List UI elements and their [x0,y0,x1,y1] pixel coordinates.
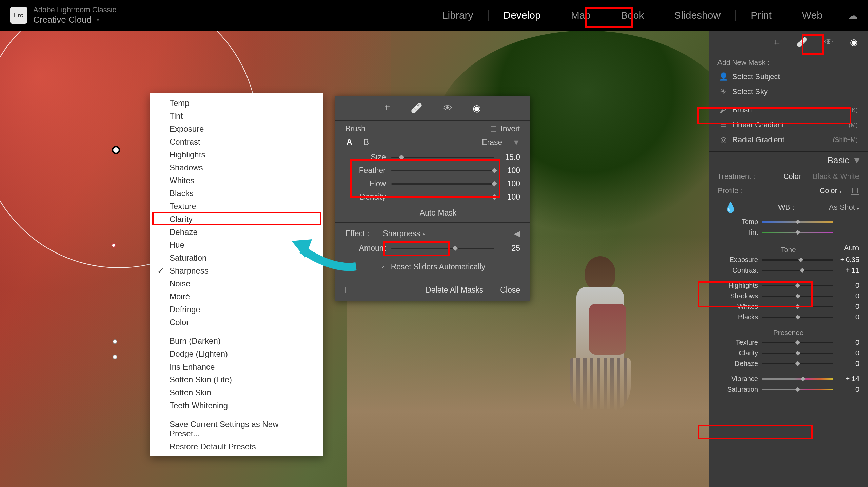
module-print[interactable]: Print [748,6,774,24]
auto-tone-button[interactable]: Auto [844,244,859,252]
mask-pin[interactable] [112,146,120,154]
reset-auto-checkbox[interactable]: ✓ [380,264,386,270]
toggle-switch[interactable] [345,287,351,293]
dehaze-value[interactable]: 0 [837,360,859,368]
menu-item-exposure[interactable]: Exposure [150,123,323,135]
profile-value[interactable]: Color ▸ [820,186,842,195]
clarity-slider[interactable] [762,353,833,354]
texture-value[interactable]: 0 [837,339,859,346]
size-value[interactable]: 15.0 [500,153,520,162]
mask-pin[interactable] [113,355,117,359]
exposure-slider[interactable] [762,259,833,261]
treatment-color[interactable]: Color [783,172,801,181]
texture-slider[interactable] [762,342,833,343]
menu-item-restore-presets[interactable]: Restore Default Presets [150,440,323,453]
module-web[interactable]: Web [799,6,825,24]
crop-icon[interactable]: ⌗ [774,37,780,48]
shadows-slider[interactable] [762,296,833,297]
masking-icon[interactable]: ◉ [473,102,481,114]
menu-item-save-preset[interactable]: Save Current Settings as New Preset... [150,418,323,440]
exposure-value[interactable]: + 0.35 [837,256,859,264]
brush-tab-b[interactable]: B [364,138,369,147]
module-develop[interactable]: Develop [501,6,544,24]
effect-dropdown[interactable]: Sharpness▸ [383,229,425,238]
mask-select-subject[interactable]: 👤Select Subject [717,69,859,84]
menu-item-iris[interactable]: Iris Enhance [150,360,323,373]
menu-item-contrast[interactable]: Contrast [150,135,323,148]
basic-panel-header[interactable]: Basic▼ [709,151,868,169]
collapse-icon[interactable]: ◀ [514,229,520,238]
vibrance-value[interactable]: + 14 [837,375,859,383]
size-slider[interactable] [391,157,494,158]
menu-item-teeth[interactable]: Teeth Whitening [150,399,323,412]
vibrance-slider[interactable] [762,378,833,380]
menu-item-clarity[interactable]: Clarity [150,213,323,226]
menu-item-temp[interactable]: Temp [150,97,323,110]
amount-value[interactable]: 25 [500,244,520,253]
masking-icon[interactable]: ◉ [850,37,858,48]
mask-brush[interactable]: 🖌Brush(K) [717,102,859,117]
density-slider[interactable] [391,196,494,198]
mask-linear-gradient[interactable]: ▭Linear Gradient(M) [717,117,859,132]
feather-slider[interactable] [391,170,494,171]
menu-item-blacks[interactable]: Blacks [150,187,323,200]
menu-item-color[interactable]: Color [150,316,323,329]
temp-slider[interactable] [762,221,833,223]
menu-item-softenskin[interactable]: Soften Skin [150,386,323,399]
invert-checkbox[interactable] [491,126,496,132]
flow-slider[interactable] [391,183,494,185]
eyedropper-icon[interactable]: 💧 [717,201,744,213]
whites-slider[interactable] [762,306,833,307]
module-book[interactable]: Book [618,6,647,24]
heal-icon[interactable]: 🩹 [411,102,422,114]
delete-masks-button[interactable]: Delete All Masks [426,285,483,295]
flow-value[interactable]: 100 [500,179,520,188]
menu-item-noise[interactable]: Noise [150,277,323,290]
feather-value[interactable]: 100 [500,166,520,175]
treatment-bw[interactable]: Black & White [813,172,859,181]
wb-value[interactable]: As Shot ▸ [829,203,859,212]
menu-item-dodge[interactable]: Dodge (Lighten) [150,348,323,360]
menu-item-shadows[interactable]: Shadows [150,161,323,174]
highlights-value[interactable]: 0 [837,282,859,289]
mask-edge-handle[interactable] [111,243,116,248]
clarity-value[interactable]: 0 [837,349,859,357]
blacks-value[interactable]: 0 [837,313,859,321]
cloud-sync-icon[interactable]: ☁ [848,10,858,21]
blacks-slider[interactable] [762,317,833,318]
mask-select-sky[interactable]: ☀Select Sky [717,84,859,99]
menu-item-burn[interactable]: Burn (Darken) [150,335,323,348]
module-map[interactable]: Map [568,6,593,24]
profile-browser-icon[interactable] [851,187,859,195]
menu-item-texture[interactable]: Texture [150,200,323,213]
menu-item-highlights[interactable]: Highlights [150,148,323,161]
whites-value[interactable]: 0 [837,303,859,311]
mask-pin[interactable] [113,339,117,344]
brush-tab-a[interactable]: A [345,137,354,147]
saturation-value[interactable]: 0 [837,386,859,393]
dehaze-slider[interactable] [762,363,833,364]
amount-slider[interactable] [391,248,494,249]
tint-slider[interactable] [762,232,833,233]
menu-item-moire[interactable]: Moiré [150,290,323,303]
chevron-down-icon[interactable]: ▼ [96,17,100,23]
crop-icon[interactable]: ⌗ [385,102,390,114]
menu-item-softenskin-lite[interactable]: Soften Skin (Lite) [150,373,323,386]
saturation-slider[interactable] [762,389,833,390]
automask-checkbox[interactable] [409,210,415,216]
density-value[interactable]: 100 [500,192,520,202]
menu-item-defringe[interactable]: Defringe [150,303,323,316]
close-button[interactable]: Close [500,285,520,295]
menu-item-whites[interactable]: Whites [150,174,323,187]
shadows-value[interactable]: 0 [837,292,859,300]
mask-radial-gradient[interactable]: ◎Radial Gradient(Shift+M) [717,132,859,147]
redeye-icon[interactable]: 👁 [443,102,452,114]
menu-item-tint[interactable]: Tint [150,110,323,123]
contrast-slider[interactable] [762,270,833,271]
module-slideshow[interactable]: Slideshow [671,6,723,24]
contrast-value[interactable]: + 11 [837,266,859,274]
redeye-icon[interactable]: 👁 [824,37,833,48]
module-library[interactable]: Library [439,6,476,24]
highlights-slider[interactable] [762,285,833,286]
heal-icon[interactable]: 🩹 [796,37,807,48]
